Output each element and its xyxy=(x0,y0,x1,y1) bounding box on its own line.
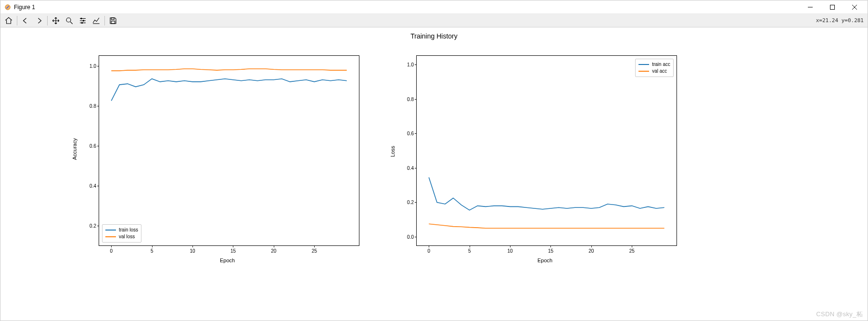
loss-subplot: train acc val acc 0.00.20.40.60.81.00510… xyxy=(416,55,677,246)
accuracy-xlabel: Epoch xyxy=(220,257,235,263)
forward-icon[interactable] xyxy=(33,15,45,26)
axis-edit-icon[interactable] xyxy=(90,15,102,26)
series-line xyxy=(111,69,346,71)
ytick-label: 0.6 xyxy=(407,131,414,136)
xtick-label: 0 xyxy=(428,248,431,254)
accuracy-ylabel: Accuracy xyxy=(72,138,77,160)
loss-xlabel: Epoch xyxy=(537,257,552,263)
ytick-label: 0.8 xyxy=(407,96,414,102)
ytick-label: 1.0 xyxy=(407,62,414,67)
xtick-label: 5 xyxy=(468,248,471,254)
svg-rect-2 xyxy=(830,5,835,9)
ytick-label: 0.8 xyxy=(89,103,96,108)
xtick-label: 15 xyxy=(548,248,553,254)
accuracy-legend: train loss val loss xyxy=(102,224,141,243)
minimize-button[interactable] xyxy=(799,0,821,14)
titlebar: Figure 1 xyxy=(0,0,868,14)
series-line xyxy=(429,178,664,210)
figure-suptitle: Training History xyxy=(410,32,458,40)
window-title: Figure 1 xyxy=(14,4,35,11)
back-icon[interactable] xyxy=(19,15,32,26)
xtick-label: 20 xyxy=(588,248,594,254)
xtick-label: 25 xyxy=(629,248,635,254)
svg-line-6 xyxy=(70,22,73,24)
svg-point-11 xyxy=(83,20,84,21)
toolbar-separator xyxy=(104,16,105,26)
ytick-label: 1.0 xyxy=(89,63,96,68)
figure-window: { "window": { "title": "Figure 1" }, "to… xyxy=(0,0,868,321)
accuracy-lines xyxy=(99,56,359,245)
ytick-label: 0.0 xyxy=(407,234,414,240)
subplots-icon[interactable] xyxy=(77,15,89,26)
pan-icon[interactable] xyxy=(50,15,62,26)
xtick-label: 20 xyxy=(271,248,276,254)
figure-canvas[interactable]: Training History train loss val loss 0.2… xyxy=(0,27,868,321)
xtick-label: 15 xyxy=(230,248,236,254)
legend-label: train loss xyxy=(119,227,138,233)
watermark: CSDN @sky_柘 xyxy=(816,310,863,319)
xtick-label: 5 xyxy=(151,248,153,254)
series-line xyxy=(111,79,346,101)
legend-label: train acc xyxy=(652,61,670,68)
ytick-label: 0.4 xyxy=(407,165,414,170)
app-icon xyxy=(4,4,11,11)
ytick-label: 0.2 xyxy=(407,200,414,205)
ytick-label: 0.2 xyxy=(89,223,96,228)
maximize-button[interactable] xyxy=(821,0,843,14)
accuracy-subplot: train loss val loss 0.20.40.60.81.005101… xyxy=(99,55,359,246)
matplotlib-toolbar: x=21.24 y=0.281 xyxy=(0,14,868,27)
svg-point-10 xyxy=(81,18,82,19)
svg-rect-14 xyxy=(111,18,114,20)
svg-point-12 xyxy=(81,22,82,23)
series-line xyxy=(429,224,664,228)
ytick-label: 0.6 xyxy=(89,143,96,148)
svg-point-5 xyxy=(66,18,71,22)
legend-label: val acc xyxy=(652,68,667,75)
loss-ylabel: Loss xyxy=(390,146,396,157)
loss-lines xyxy=(417,56,677,245)
xtick-label: 10 xyxy=(508,248,513,254)
svg-rect-15 xyxy=(111,21,115,23)
window-controls xyxy=(799,0,866,14)
ytick-label: 0.4 xyxy=(89,183,96,188)
close-button[interactable] xyxy=(843,0,866,14)
xtick-label: 25 xyxy=(312,248,317,254)
toolbar-separator xyxy=(47,16,48,26)
toolbar-separator xyxy=(17,16,17,26)
save-icon[interactable] xyxy=(107,15,119,26)
cursor-readout: x=21.24 y=0.281 xyxy=(816,17,864,24)
legend-label: val loss xyxy=(119,233,135,240)
zoom-icon[interactable] xyxy=(63,15,76,26)
xtick-label: 10 xyxy=(190,248,195,254)
home-icon[interactable] xyxy=(2,15,15,26)
loss-legend: train acc val acc xyxy=(635,59,674,77)
xtick-label: 0 xyxy=(110,248,113,254)
